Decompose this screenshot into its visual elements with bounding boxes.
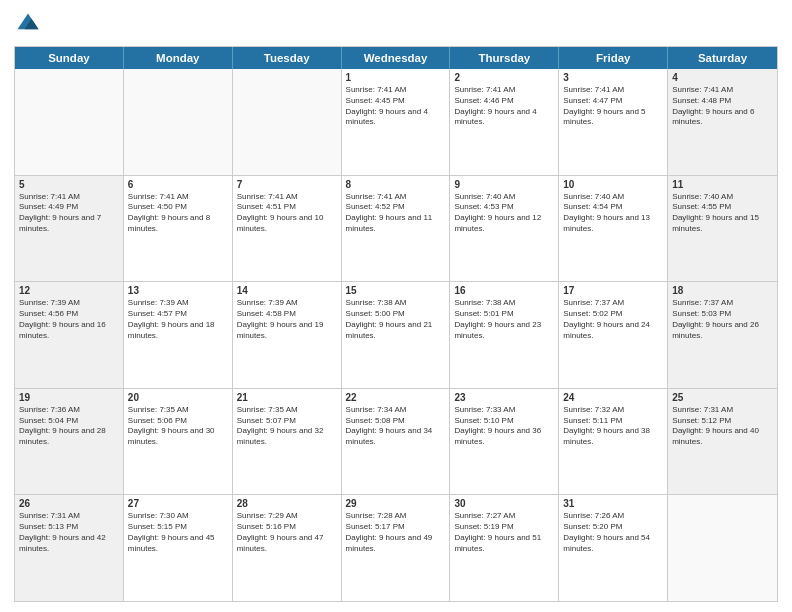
calendar-cell: 26Sunrise: 7:31 AM Sunset: 5:13 PM Dayli… [15,495,124,601]
day-info: Sunrise: 7:41 AM Sunset: 4:46 PM Dayligh… [454,85,554,128]
calendar-cell: 6Sunrise: 7:41 AM Sunset: 4:50 PM Daylig… [124,176,233,282]
day-number: 18 [672,285,773,296]
calendar-row-2: 5Sunrise: 7:41 AM Sunset: 4:49 PM Daylig… [15,175,777,282]
day-info: Sunrise: 7:34 AM Sunset: 5:08 PM Dayligh… [346,405,446,448]
day-info: Sunrise: 7:41 AM Sunset: 4:47 PM Dayligh… [563,85,663,128]
day-number: 27 [128,498,228,509]
calendar-cell: 4Sunrise: 7:41 AM Sunset: 4:48 PM Daylig… [668,69,777,175]
day-info: Sunrise: 7:39 AM Sunset: 4:57 PM Dayligh… [128,298,228,341]
day-info: Sunrise: 7:33 AM Sunset: 5:10 PM Dayligh… [454,405,554,448]
calendar-cell: 22Sunrise: 7:34 AM Sunset: 5:08 PM Dayli… [342,389,451,495]
day-number: 8 [346,179,446,190]
day-info: Sunrise: 7:31 AM Sunset: 5:12 PM Dayligh… [672,405,773,448]
day-info: Sunrise: 7:37 AM Sunset: 5:03 PM Dayligh… [672,298,773,341]
day-number: 6 [128,179,228,190]
day-number: 26 [19,498,119,509]
day-number: 2 [454,72,554,83]
day-info: Sunrise: 7:41 AM Sunset: 4:50 PM Dayligh… [128,192,228,235]
calendar-cell: 2Sunrise: 7:41 AM Sunset: 4:46 PM Daylig… [450,69,559,175]
day-info: Sunrise: 7:41 AM Sunset: 4:48 PM Dayligh… [672,85,773,128]
day-number: 11 [672,179,773,190]
day-number: 3 [563,72,663,83]
day-info: Sunrise: 7:41 AM Sunset: 4:52 PM Dayligh… [346,192,446,235]
day-info: Sunrise: 7:40 AM Sunset: 4:53 PM Dayligh… [454,192,554,235]
day-number: 24 [563,392,663,403]
day-number: 16 [454,285,554,296]
day-info: Sunrise: 7:30 AM Sunset: 5:15 PM Dayligh… [128,511,228,554]
day-info: Sunrise: 7:40 AM Sunset: 4:55 PM Dayligh… [672,192,773,235]
calendar-row-3: 12Sunrise: 7:39 AM Sunset: 4:56 PM Dayli… [15,281,777,388]
calendar-cell: 1Sunrise: 7:41 AM Sunset: 4:45 PM Daylig… [342,69,451,175]
calendar-cell [233,69,342,175]
day-info: Sunrise: 7:39 AM Sunset: 4:56 PM Dayligh… [19,298,119,341]
calendar-row-5: 26Sunrise: 7:31 AM Sunset: 5:13 PM Dayli… [15,494,777,601]
calendar-row-1: 1Sunrise: 7:41 AM Sunset: 4:45 PM Daylig… [15,69,777,175]
calendar-cell: 17Sunrise: 7:37 AM Sunset: 5:02 PM Dayli… [559,282,668,388]
calendar-header: SundayMondayTuesdayWednesdayThursdayFrid… [15,47,777,69]
day-number: 15 [346,285,446,296]
day-info: Sunrise: 7:41 AM Sunset: 4:51 PM Dayligh… [237,192,337,235]
day-number: 23 [454,392,554,403]
day-info: Sunrise: 7:28 AM Sunset: 5:17 PM Dayligh… [346,511,446,554]
calendar-cell: 7Sunrise: 7:41 AM Sunset: 4:51 PM Daylig… [233,176,342,282]
calendar-cell [15,69,124,175]
calendar-cell: 16Sunrise: 7:38 AM Sunset: 5:01 PM Dayli… [450,282,559,388]
calendar-cell: 27Sunrise: 7:30 AM Sunset: 5:15 PM Dayli… [124,495,233,601]
day-number: 1 [346,72,446,83]
day-header-wednesday: Wednesday [342,47,451,69]
day-info: Sunrise: 7:31 AM Sunset: 5:13 PM Dayligh… [19,511,119,554]
calendar-cell: 30Sunrise: 7:27 AM Sunset: 5:19 PM Dayli… [450,495,559,601]
day-number: 19 [19,392,119,403]
calendar-cell: 5Sunrise: 7:41 AM Sunset: 4:49 PM Daylig… [15,176,124,282]
day-number: 30 [454,498,554,509]
day-number: 25 [672,392,773,403]
day-info: Sunrise: 7:40 AM Sunset: 4:54 PM Dayligh… [563,192,663,235]
calendar-cell [668,495,777,601]
day-number: 5 [19,179,119,190]
day-info: Sunrise: 7:35 AM Sunset: 5:06 PM Dayligh… [128,405,228,448]
logo-icon [14,10,42,38]
day-number: 22 [346,392,446,403]
calendar-cell [124,69,233,175]
calendar-cell: 15Sunrise: 7:38 AM Sunset: 5:00 PM Dayli… [342,282,451,388]
day-info: Sunrise: 7:27 AM Sunset: 5:19 PM Dayligh… [454,511,554,554]
calendar-cell: 20Sunrise: 7:35 AM Sunset: 5:06 PM Dayli… [124,389,233,495]
calendar-cell: 3Sunrise: 7:41 AM Sunset: 4:47 PM Daylig… [559,69,668,175]
day-number: 10 [563,179,663,190]
calendar-cell: 28Sunrise: 7:29 AM Sunset: 5:16 PM Dayli… [233,495,342,601]
day-number: 29 [346,498,446,509]
day-number: 31 [563,498,663,509]
calendar-cell: 21Sunrise: 7:35 AM Sunset: 5:07 PM Dayli… [233,389,342,495]
day-info: Sunrise: 7:39 AM Sunset: 4:58 PM Dayligh… [237,298,337,341]
day-info: Sunrise: 7:37 AM Sunset: 5:02 PM Dayligh… [563,298,663,341]
day-info: Sunrise: 7:26 AM Sunset: 5:20 PM Dayligh… [563,511,663,554]
day-info: Sunrise: 7:32 AM Sunset: 5:11 PM Dayligh… [563,405,663,448]
header [14,10,778,38]
day-number: 17 [563,285,663,296]
day-info: Sunrise: 7:41 AM Sunset: 4:49 PM Dayligh… [19,192,119,235]
day-header-tuesday: Tuesday [233,47,342,69]
day-info: Sunrise: 7:41 AM Sunset: 4:45 PM Dayligh… [346,85,446,128]
day-header-monday: Monday [124,47,233,69]
calendar-cell: 13Sunrise: 7:39 AM Sunset: 4:57 PM Dayli… [124,282,233,388]
day-number: 21 [237,392,337,403]
page: SundayMondayTuesdayWednesdayThursdayFrid… [0,0,792,612]
calendar-cell: 31Sunrise: 7:26 AM Sunset: 5:20 PM Dayli… [559,495,668,601]
day-number: 4 [672,72,773,83]
day-header-sunday: Sunday [15,47,124,69]
calendar-cell: 24Sunrise: 7:32 AM Sunset: 5:11 PM Dayli… [559,389,668,495]
calendar-cell: 8Sunrise: 7:41 AM Sunset: 4:52 PM Daylig… [342,176,451,282]
day-number: 9 [454,179,554,190]
day-number: 20 [128,392,228,403]
day-number: 13 [128,285,228,296]
calendar-cell: 11Sunrise: 7:40 AM Sunset: 4:55 PM Dayli… [668,176,777,282]
calendar-row-4: 19Sunrise: 7:36 AM Sunset: 5:04 PM Dayli… [15,388,777,495]
calendar-cell: 12Sunrise: 7:39 AM Sunset: 4:56 PM Dayli… [15,282,124,388]
day-info: Sunrise: 7:36 AM Sunset: 5:04 PM Dayligh… [19,405,119,448]
calendar-cell: 19Sunrise: 7:36 AM Sunset: 5:04 PM Dayli… [15,389,124,495]
calendar-cell: 29Sunrise: 7:28 AM Sunset: 5:17 PM Dayli… [342,495,451,601]
day-info: Sunrise: 7:38 AM Sunset: 5:00 PM Dayligh… [346,298,446,341]
calendar-cell: 25Sunrise: 7:31 AM Sunset: 5:12 PM Dayli… [668,389,777,495]
day-info: Sunrise: 7:35 AM Sunset: 5:07 PM Dayligh… [237,405,337,448]
calendar-cell: 14Sunrise: 7:39 AM Sunset: 4:58 PM Dayli… [233,282,342,388]
